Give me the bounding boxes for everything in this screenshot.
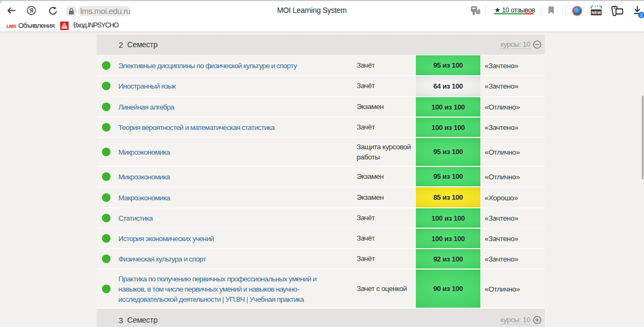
svg-text:NEW: NEW bbox=[591, 10, 601, 15]
